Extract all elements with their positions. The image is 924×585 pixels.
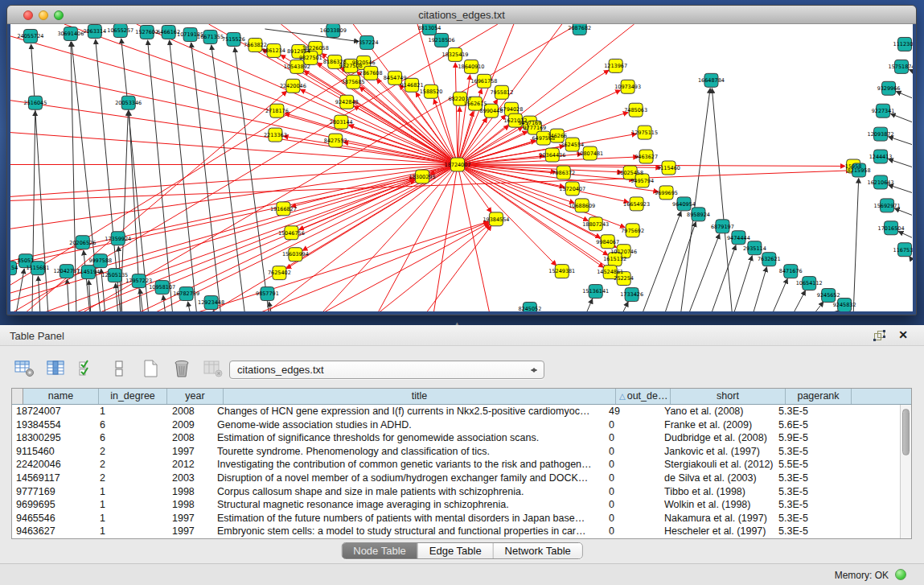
graph-edge[interactable] (72, 179, 415, 311)
graph-edge[interactable] (793, 290, 805, 311)
table-cell[interactable]: 5.6E-5 (774, 418, 840, 432)
table-cell[interactable]: 1 (88, 485, 156, 499)
graph-edge[interactable] (910, 256, 912, 260)
table-row[interactable]: 911546021997Tourette syndrome. Phenomeno… (12, 445, 900, 459)
graph-edge[interactable] (285, 113, 458, 165)
table-cell[interactable]: 1997 (156, 525, 212, 538)
table-cell[interactable]: 1 (88, 512, 156, 525)
tab-network-table[interactable]: Network Table (494, 543, 582, 558)
table-cell[interactable]: 1 (88, 498, 156, 512)
close-panel-icon[interactable]: ✕ (898, 328, 908, 341)
tab-edge-table[interactable]: Edge Table (418, 543, 494, 558)
graph-edge[interactable] (772, 278, 787, 311)
table-cell[interactable]: 19384554 (12, 418, 88, 432)
memory-status-indicator[interactable] (895, 569, 906, 580)
graph-edge[interactable] (16, 269, 24, 311)
table-cell[interactable]: 14569117 (12, 472, 88, 485)
table-cell[interactable]: 5.3E-5 (774, 512, 840, 525)
graph-edge[interactable] (814, 302, 823, 311)
table-cell[interactable]: 18300295 (12, 431, 88, 445)
graph-edge[interactable] (377, 225, 490, 311)
graph-edge[interactable] (321, 223, 489, 311)
table-cell[interactable]: 5.3E-5 (774, 405, 840, 418)
table-cell[interactable]: 5.3E-5 (774, 445, 840, 459)
graph-edge[interactable] (898, 231, 912, 237)
table-cell[interactable]: de Silva et al. (2003) (659, 472, 774, 485)
graph-edge[interactable] (163, 295, 166, 311)
row-selection-button[interactable] (77, 359, 98, 378)
table-cell[interactable]: 1 (88, 525, 156, 538)
table-body[interactable]: 1872400712008Changes of HCN gene express… (12, 405, 900, 538)
graph-edge[interactable] (688, 234, 719, 311)
trash-icon[interactable] (171, 359, 192, 378)
graph-edge[interactable] (889, 159, 912, 167)
table-cell[interactable]: 2008 (156, 405, 212, 418)
table-cell[interactable]: Franke et al. (2009) (659, 418, 774, 432)
table-mode-button[interactable] (14, 359, 35, 378)
graph-edge[interactable] (209, 165, 458, 311)
table-cell[interactable]: 2008 (156, 431, 212, 445)
table-cell[interactable]: 5.5E-5 (774, 458, 840, 472)
graph-edge[interactable] (889, 185, 912, 193)
column-header-pagerank[interactable]: pagerank (786, 389, 852, 404)
graph-edge[interactable] (455, 63, 458, 165)
graph-edge[interactable] (586, 299, 593, 311)
table-cell[interactable]: 0 (605, 445, 659, 459)
table-row[interactable]: 977716911998Corpus callosum shape and si… (12, 485, 900, 499)
table-cell[interactable]: 6 (88, 418, 156, 432)
table-cell[interactable]: 5.9E-5 (774, 431, 840, 445)
table-row[interactable]: 969969511998Structural magnetic resonanc… (12, 498, 900, 512)
table-cell[interactable]: Tourette syndrome. Phenomenology and cla… (212, 445, 605, 459)
table-cell[interactable]: 0 (605, 431, 659, 445)
graph-edge[interactable] (10, 133, 458, 165)
table-cell[interactable]: 9465546 (12, 512, 88, 525)
column-header-title[interactable]: title (224, 389, 616, 404)
table-cell[interactable]: Structural magnetic resonance image aver… (212, 498, 605, 512)
table-cell[interactable]: 49 (605, 405, 659, 418)
table-row[interactable]: 1830029562008Estimation of significance … (12, 431, 900, 445)
column-header-out_degree[interactable]: △out_de… (616, 389, 671, 404)
table-cell[interactable]: 1 (88, 405, 156, 418)
table-cell[interactable]: Genome-wide association studies in ADHD. (212, 418, 605, 432)
graph-edge[interactable] (711, 245, 736, 311)
panel-split-button[interactable] (109, 359, 129, 378)
table-cell[interactable]: 1997 (156, 445, 212, 459)
table-cell[interactable]: 0 (605, 458, 659, 472)
table-cell[interactable]: 2009 (156, 418, 212, 432)
network-view[interactable]: 1872400718300295193845542242004610543892… (10, 24, 913, 311)
table-cell[interactable]: 1998 (156, 485, 212, 499)
table-cell[interactable]: Corpus callosum shape and size in male p… (212, 485, 605, 499)
table-cell[interactable]: 0 (605, 472, 659, 485)
graph-edge[interactable] (38, 276, 39, 311)
table-cell[interactable]: 2003 (156, 472, 212, 485)
column-header-short[interactable]: short (671, 389, 786, 404)
column-header-name[interactable]: name (23, 389, 99, 404)
table-cell[interactable]: Stergiakouli et al. (2012) (659, 458, 774, 472)
table-cell[interactable]: Hescheler et al. (1997) (659, 525, 774, 538)
table-cell[interactable]: 1998 (156, 498, 212, 512)
table-cell[interactable]: 9463627 (12, 525, 88, 538)
table-cell[interactable]: 5.3E-5 (774, 498, 840, 512)
graph-edge[interactable] (665, 222, 696, 311)
window-titlebar[interactable]: citations_edges.txt (7, 6, 916, 24)
table-cell[interactable]: Embryonic stem cells: a model to study s… (212, 525, 605, 538)
table-cell[interactable]: 2 (88, 472, 156, 485)
table-cell[interactable]: 2 (88, 458, 156, 472)
table-cell[interactable]: 18724007 (12, 405, 88, 418)
table-cell[interactable]: 22420046 (12, 458, 88, 472)
graph-edge[interactable] (10, 165, 458, 229)
table-cell[interactable]: 0 (605, 498, 659, 512)
scrollbar-thumb[interactable] (902, 409, 910, 455)
table-row[interactable]: 1872400712008Changes of HCN gene express… (12, 405, 900, 418)
table-cell[interactable]: 2012 (156, 458, 212, 472)
table-cell[interactable]: 9699695 (12, 498, 88, 512)
table-cell[interactable]: 9115460 (12, 445, 88, 459)
vertical-scrollbar[interactable] (900, 405, 911, 538)
table-cell[interactable]: 2 (88, 445, 156, 459)
graph-edge[interactable] (32, 111, 35, 311)
table-cell[interactable]: Yano et al. (2008) (659, 405, 774, 418)
tab-node-table[interactable]: Node Table (342, 543, 418, 558)
table-cell[interactable]: Investigating the contribution of common… (212, 458, 605, 472)
graph-edge[interactable] (643, 212, 681, 311)
show-column-button[interactable] (46, 359, 67, 378)
